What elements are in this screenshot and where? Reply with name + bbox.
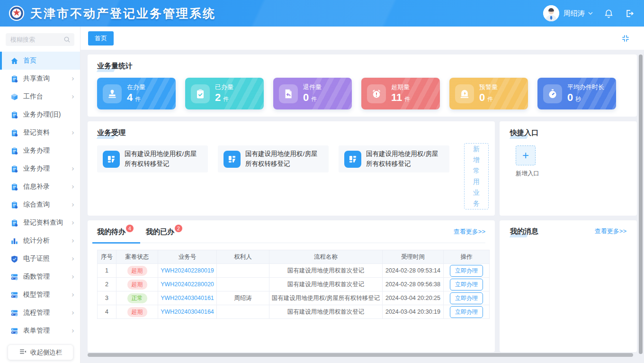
stat-card-6[interactable]: 平均办件时长0秒 bbox=[537, 78, 616, 109]
user-menu[interactable]: 周绍涛 bbox=[543, 5, 593, 21]
collapse-sidebar-button[interactable]: 收起侧边栏 bbox=[8, 345, 73, 360]
sidebar-item-13[interactable]: 函数管理› bbox=[0, 268, 80, 286]
chevron-right-icon: › bbox=[72, 309, 74, 317]
stat-card-4[interactable]: 超期量11件 bbox=[361, 78, 440, 109]
table-row: 2超期YWH202402280020国有建设用地使用权首次登记2024-02-2… bbox=[98, 278, 490, 291]
holder-cell bbox=[217, 305, 269, 319]
add-common-business-button[interactable]: 新增常用业务 bbox=[464, 143, 489, 209]
alarm-icon bbox=[367, 84, 386, 103]
sidebar-item-label: 模型管理 bbox=[23, 290, 72, 299]
chart-icon bbox=[10, 237, 18, 245]
column-header: 操作 bbox=[444, 250, 490, 264]
sidebar-item-label: 共享查询 bbox=[23, 74, 72, 83]
clipboard-icon bbox=[10, 75, 18, 83]
accept-time-cell: 2024-02-28 09:56:38 bbox=[383, 278, 444, 291]
stat-unit: 件 bbox=[404, 96, 410, 102]
app-title: 天津市不动产登记业务管理系统 bbox=[30, 6, 216, 21]
todo-tab-2[interactable]: 我的已办2 bbox=[146, 227, 182, 236]
user-avatar bbox=[543, 5, 559, 21]
sidebar-item-9[interactable]: 综合查询› bbox=[0, 196, 80, 214]
sidebar-item-12[interactable]: 电子证照› bbox=[0, 250, 80, 268]
stat-card-2[interactable]: 已办量2件 bbox=[185, 78, 264, 109]
stat-unit: 件 bbox=[487, 96, 493, 102]
server-icon bbox=[10, 273, 18, 281]
sidebar-item-3[interactable]: 工作台› bbox=[0, 88, 80, 106]
chevron-right-icon: › bbox=[72, 201, 74, 209]
cube-icon bbox=[10, 93, 18, 101]
handle-now-button[interactable]: 立即办理 bbox=[450, 306, 483, 318]
stat-label: 预警量 bbox=[479, 83, 498, 91]
stat-card-5[interactable]: 预警量0件 bbox=[449, 78, 528, 109]
chevron-right-icon: › bbox=[72, 219, 74, 227]
sidebar-item-5[interactable]: 登记资料› bbox=[0, 124, 80, 142]
stat-value: 0件 bbox=[303, 91, 322, 104]
dashboard-content: 业务量统计 在办量4件已办量2件退件量0件超期量11件预警量0件平均办件时长0秒… bbox=[80, 50, 644, 363]
todo-view-more-link[interactable]: 查看更多>> bbox=[454, 227, 485, 236]
tab-count-badge: 2 bbox=[175, 225, 182, 232]
sidebar-item-16[interactable]: 表单管理› bbox=[0, 322, 80, 340]
flow-name-cell: 国有建设用地使用权/房屋所有权转移登记 bbox=[269, 291, 383, 305]
clipboard-icon bbox=[10, 219, 18, 227]
chevron-right-icon: › bbox=[72, 165, 74, 172]
stat-value: 11件 bbox=[391, 91, 410, 104]
business-number-link[interactable]: YWH202403040164 bbox=[161, 309, 214, 315]
business-number-link[interactable]: YWH202402280019 bbox=[161, 267, 214, 274]
sidebar-item-label: 登记资料 bbox=[23, 128, 72, 137]
clipboard-icon bbox=[10, 111, 18, 119]
accept-time-cell: 2024-03-04 20:30:19 bbox=[383, 305, 444, 319]
messages-view-more-link[interactable]: 查看更多>> bbox=[595, 227, 626, 236]
chevron-right-icon: › bbox=[72, 237, 74, 245]
handle-now-button[interactable]: 立即办理 bbox=[450, 292, 483, 304]
notification-bell-icon[interactable] bbox=[603, 8, 614, 18]
sidebar-item-label: 综合查询 bbox=[23, 200, 72, 209]
todo-tab-1[interactable]: 我的待办4 bbox=[97, 227, 134, 236]
handle-now-button[interactable]: 立即办理 bbox=[450, 265, 483, 277]
stat-value: 4件 bbox=[127, 91, 145, 104]
sidebar-item-2[interactable]: 共享查询› bbox=[0, 70, 80, 88]
business-card-1[interactable]: 国有建设用地使用权/房屋所有权转移登记 bbox=[97, 145, 208, 172]
column-header: 序号 bbox=[98, 250, 116, 264]
flow-name-cell: 国有建设用地使用权首次登记 bbox=[269, 278, 383, 291]
vertical-scrollbar[interactable] bbox=[639, 54, 643, 354]
column-header: 业务号 bbox=[158, 250, 217, 264]
horizontal-scrollbar[interactable] bbox=[88, 353, 633, 357]
sidebar-item-10[interactable]: 登记资料查询› bbox=[0, 214, 80, 232]
business-name: 国有建设用地使用权/房屋所有权转移登记 bbox=[245, 149, 323, 169]
stat-label: 超期量 bbox=[391, 83, 410, 91]
certificate-icon bbox=[10, 255, 18, 263]
logout-icon[interactable] bbox=[624, 8, 635, 18]
business-card-2[interactable]: 国有建设用地使用权/房屋所有权转移登记 bbox=[218, 145, 329, 172]
chevron-right-icon: › bbox=[72, 291, 74, 299]
add-entry-button[interactable]: + bbox=[516, 145, 536, 165]
handle-now-button[interactable]: 立即办理 bbox=[450, 279, 483, 290]
row-index: 3 bbox=[98, 291, 116, 305]
business-number-link[interactable]: YWH202402280020 bbox=[161, 281, 214, 288]
row-index: 4 bbox=[98, 305, 116, 319]
fullscreen-toggle-icon[interactable] bbox=[621, 34, 630, 43]
sidebar-item-7[interactable]: 业务办理› bbox=[0, 160, 80, 178]
sidebar-item-1[interactable]: 首页 bbox=[0, 52, 80, 70]
tab-bar: 首页 bbox=[80, 27, 644, 50]
stat-value: 0秒 bbox=[567, 91, 604, 104]
home-icon bbox=[10, 57, 18, 65]
sidebar-item-label: 电子证照 bbox=[23, 254, 72, 263]
sidebar-item-14[interactable]: 模型管理› bbox=[0, 286, 80, 304]
sidebar-item-6[interactable]: 业务办理 bbox=[0, 142, 80, 160]
business-card-3[interactable]: 国有建设用地使用权/房屋所有权转移登记 bbox=[339, 145, 449, 172]
business-number-link[interactable]: YWH202403040161 bbox=[161, 295, 214, 301]
chevron-right-icon: › bbox=[72, 75, 74, 82]
tab-home[interactable]: 首页 bbox=[88, 31, 114, 45]
chevron-right-icon: › bbox=[72, 273, 74, 281]
server-icon bbox=[10, 291, 18, 299]
sidebar-item-label: 统计分析 bbox=[23, 236, 72, 245]
app-logo-icon bbox=[9, 5, 25, 21]
sidebar-item-15[interactable]: 流程管理› bbox=[0, 304, 80, 322]
flow-name-cell: 国有建设用地使用权首次登记 bbox=[269, 305, 383, 319]
sidebar-item-8[interactable]: 信息补录› bbox=[0, 178, 80, 196]
collapse-label: 收起侧边栏 bbox=[30, 348, 63, 357]
stat-card-1[interactable]: 在办量4件 bbox=[97, 78, 176, 109]
stat-label: 平均办件时长 bbox=[567, 83, 604, 91]
sidebar-item-4[interactable]: 业务办理(旧) bbox=[0, 106, 80, 124]
sidebar-item-11[interactable]: 统计分析› bbox=[0, 232, 80, 250]
stat-card-3[interactable]: 退件量0件 bbox=[273, 78, 352, 109]
